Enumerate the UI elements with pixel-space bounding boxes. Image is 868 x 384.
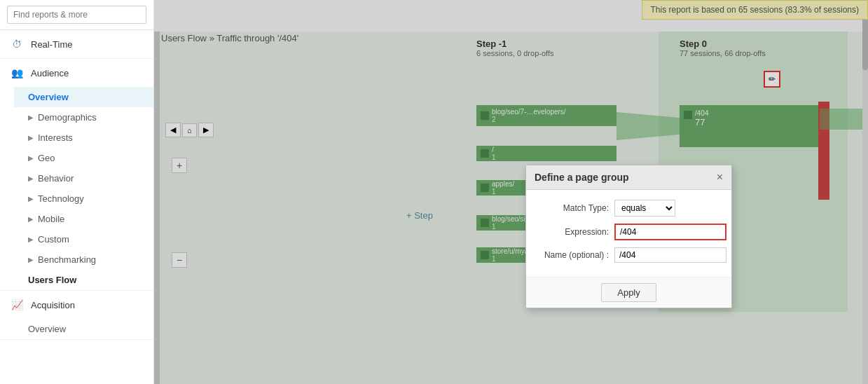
mobile-arrow-icon: ▶ bbox=[28, 215, 34, 223]
sidebar-item-realtime[interactable]: ⏱ Real-Time bbox=[0, 30, 153, 58]
sidebar-item-benchmarking[interactable]: ▶ Benchmarking bbox=[14, 249, 153, 270]
sidebar-item-overview[interactable]: Overview bbox=[14, 87, 153, 107]
sidebar-custom-label: Custom bbox=[38, 234, 69, 245]
sidebar: ⏱ Real-Time 👥 Audience Overview ▶ Demogr… bbox=[0, 0, 154, 384]
demographics-arrow-icon: ▶ bbox=[28, 114, 34, 121]
sidebar-item-technology[interactable]: ▶ Technology bbox=[14, 188, 153, 209]
technology-arrow-icon: ▶ bbox=[28, 195, 34, 203]
sidebar-benchmarking-label: Benchmarking bbox=[38, 254, 96, 265]
benchmarking-arrow-icon: ▶ bbox=[28, 256, 34, 263]
name-label: Name (optional) : bbox=[537, 250, 614, 260]
modal-body: Match Type: equals contains starts with … bbox=[526, 190, 731, 277]
custom-arrow-icon: ▶ bbox=[28, 235, 34, 243]
geo-arrow-icon: ▶ bbox=[28, 154, 34, 162]
sidebar-item-usersflow[interactable]: Users Flow bbox=[14, 270, 153, 290]
realtime-icon: ⏱ bbox=[10, 37, 24, 51]
expression-label: Expression: bbox=[537, 227, 614, 237]
behavior-arrow-icon: ▶ bbox=[28, 174, 34, 182]
define-page-group-modal: Define a page group × Match Type: equals… bbox=[525, 165, 732, 308]
apply-label: Apply bbox=[617, 287, 640, 298]
sidebar-item-custom[interactable]: ▶ Custom bbox=[14, 229, 153, 249]
audience-icon: 👥 bbox=[10, 66, 24, 80]
sidebar-item-audience[interactable]: 👥 Audience bbox=[0, 59, 153, 87]
sidebar-item-geo[interactable]: ▶ Geo bbox=[14, 148, 153, 168]
nav-section-acquisition: 📈 Acquisition Overview bbox=[0, 291, 153, 340]
search-input[interactable] bbox=[7, 6, 146, 24]
sidebar-item-acquisition[interactable]: 📈 Acquisition bbox=[0, 291, 153, 319]
sidebar-nav: ⏱ Real-Time 👥 Audience Overview ▶ Demogr… bbox=[0, 30, 153, 384]
sidebar-behavior-label: Behavior bbox=[38, 173, 74, 184]
sidebar-usersflow-label: Users Flow bbox=[28, 275, 76, 285]
sidebar-item-label-realtime: Real-Time bbox=[31, 39, 72, 50]
sidebar-item-interests[interactable]: ▶ Interests bbox=[14, 128, 153, 148]
sidebar-item-label-audience: Audience bbox=[31, 68, 69, 78]
sidebar-geo-label: Geo bbox=[38, 153, 55, 163]
modal-close-button[interactable]: × bbox=[717, 171, 723, 184]
modal-header: Define a page group × bbox=[526, 165, 731, 190]
sidebar-demographics-label: Demographics bbox=[38, 112, 97, 123]
sidebar-item-mobile[interactable]: ▶ Mobile bbox=[14, 209, 153, 229]
audience-sub-items: Overview ▶ Demographics ▶ Interests ▶ Ge… bbox=[0, 87, 153, 290]
expression-input[interactable] bbox=[614, 224, 726, 240]
sidebar-item-behavior[interactable]: ▶ Behavior bbox=[14, 168, 153, 188]
modal-overlay: Define a page group × Match Type: equals… bbox=[154, 0, 868, 384]
sidebar-item-label-acquisition: Acquisition bbox=[31, 300, 75, 310]
acquisition-sub-items: Overview bbox=[0, 319, 153, 339]
sidebar-technology-label: Technology bbox=[38, 193, 84, 204]
name-input[interactable] bbox=[614, 247, 726, 263]
name-row: Name (optional) : bbox=[537, 247, 720, 263]
acquisition-icon: 📈 bbox=[10, 298, 24, 312]
sidebar-item-acq-overview[interactable]: Overview bbox=[14, 319, 153, 339]
search-box bbox=[0, 0, 153, 30]
expression-row: Expression: bbox=[537, 224, 720, 240]
nav-section-realtime: ⏱ Real-Time bbox=[0, 30, 153, 59]
match-type-label: Match Type: bbox=[537, 203, 614, 213]
interests-arrow-icon: ▶ bbox=[28, 134, 34, 142]
apply-button[interactable]: Apply bbox=[601, 283, 656, 302]
modal-title: Define a page group bbox=[535, 172, 629, 183]
sidebar-mobile-label: Mobile bbox=[38, 214, 64, 224]
sidebar-item-demographics[interactable]: ▶ Demographics bbox=[14, 107, 153, 128]
match-type-row: Match Type: equals contains starts with … bbox=[537, 200, 720, 217]
main-content: This report is based on 65 sessions (83.… bbox=[154, 0, 868, 384]
sidebar-interests-label: Interests bbox=[38, 132, 73, 143]
nav-section-audience: 👥 Audience Overview ▶ Demographics ▶ Int… bbox=[0, 59, 153, 291]
sidebar-acq-overview-label: Overview bbox=[28, 324, 66, 334]
modal-footer: Apply bbox=[526, 277, 731, 308]
sidebar-overview-label: Overview bbox=[28, 92, 69, 102]
match-type-select[interactable]: equals contains starts with regex bbox=[614, 200, 675, 217]
